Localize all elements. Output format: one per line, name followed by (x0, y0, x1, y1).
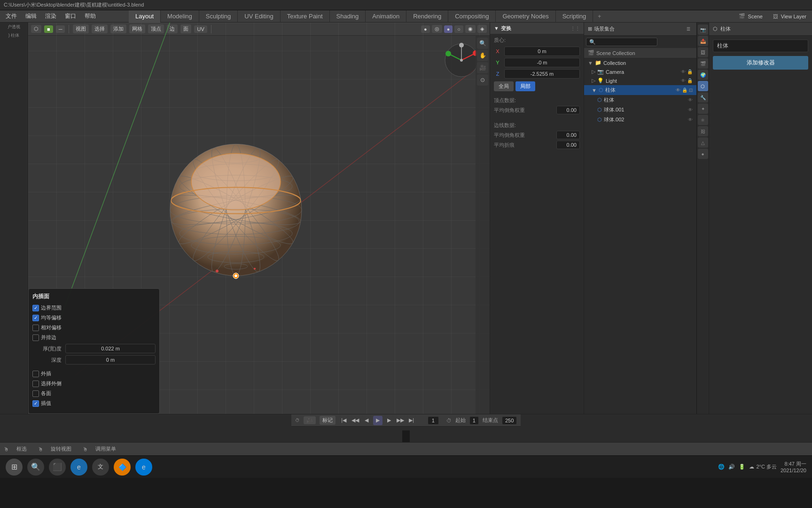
next-keyframe-btn[interactable]: ▶▶ (396, 416, 405, 425)
viewport-3d[interactable]: ⬡ ■ ─ 视图 选择 添加 网格 顶点 边 面 UV ● ◎ ● ○ ◉ ◈ (28, 23, 490, 414)
tab-sculpting[interactable]: Sculpting (199, 10, 238, 23)
timeline-markers-btn[interactable]: 标记 (320, 416, 336, 425)
input-method-btn[interactable]: 文 (92, 459, 109, 476)
prev-frame-btn[interactable]: ◀ (362, 416, 371, 425)
workspace-tabs-container: Layout Modeling Sculpting UV Editing Tex… (129, 10, 606, 23)
play-btn[interactable]: ▶ (373, 416, 383, 425)
filter-btn[interactable]: ☰ (684, 25, 693, 33)
edge-avg-angle-value[interactable]: 0.00 (556, 131, 580, 139)
outliner-header: ⊞ 场景集合 ☰ (584, 23, 696, 36)
cb-relative[interactable] (32, 325, 39, 331)
props-constraints-btn[interactable]: ⛓ (698, 126, 708, 136)
light-vis-icon: 👁 🔒 (681, 78, 693, 83)
outliner-light[interactable]: ▷ 💡 Light 👁 🔒 (584, 76, 696, 85)
weather-text: 2°C 多云 (756, 463, 777, 470)
blender-btn[interactable]: 🔷 (114, 459, 131, 476)
timeline-scrubber[interactable]: 10 20 30 40 50 60 70 80 90 100 110 120 1… (402, 430, 410, 442)
menu-file[interactable]: 文件 (2, 11, 21, 21)
props-scene-btn[interactable]: 🎬 (698, 58, 708, 69)
local-btn[interactable]: 局部 (515, 81, 535, 91)
outliner-cylinder-active[interactable]: ▼ ⬡ 柱体 👁 🔒 ⊡ (584, 85, 696, 95)
lock-view-btn[interactable]: ⊙ (477, 74, 488, 86)
object-name-field[interactable]: 柱体 (713, 40, 808, 52)
props-object-btn[interactable]: ⬡ (698, 81, 708, 91)
timeline-camera-btn[interactable]: 🎥 (304, 416, 316, 424)
menu-render[interactable]: 渲染 (41, 11, 60, 21)
props-modifier-btn[interactable]: 🔧 (698, 92, 708, 103)
add-modifier-btn[interactable]: 添加修改器 (713, 56, 808, 70)
cb-interpolate[interactable]: ✓ (32, 400, 39, 407)
y-value[interactable]: -0 m (504, 58, 580, 67)
cb-each-face[interactable] (32, 390, 39, 397)
tab-modeling[interactable]: Modeling (161, 10, 199, 23)
sphere-001-vis: 👁 (688, 107, 693, 112)
current-frame-display[interactable]: 1 (428, 416, 439, 425)
menu-window[interactable]: 窗口 (61, 11, 80, 21)
tab-scripting[interactable]: Scripting (556, 10, 593, 23)
start-button[interactable]: ⊞ (6, 459, 23, 476)
outliner-search-input[interactable] (586, 38, 657, 46)
cb-each-face-label: 各面 (41, 390, 51, 397)
outliner-camera[interactable]: ▷ 📷 Camera 👁 🔒 (584, 67, 696, 76)
navigation-gizmo[interactable] (443, 41, 480, 79)
cylinder-child-vis: 👁 (688, 97, 693, 103)
global-btn[interactable]: 全局 (494, 81, 514, 91)
props-view-layer-btn[interactable]: 🖼 (698, 47, 708, 57)
tab-compositing[interactable]: Compositing (448, 10, 496, 23)
jump-start-btn[interactable]: |◀ (339, 416, 349, 425)
x-value[interactable]: 0 m (504, 47, 580, 56)
outliner-collection[interactable]: ▼ 📁 Collection (584, 58, 696, 67)
edge-browser-btn[interactable]: e (70, 459, 87, 476)
tab-rendering[interactable]: Rendering (406, 10, 448, 23)
props-header-icon: ⬡ (713, 26, 718, 32)
cb-even-offset[interactable]: ✓ (32, 315, 39, 321)
outliner-cylinder-child[interactable]: ⬡ 柱体 👁 (584, 95, 696, 105)
tab-uv-editing[interactable]: UV Editing (238, 10, 280, 23)
tab-add-button[interactable]: + (593, 10, 606, 23)
menu-help[interactable]: 帮助 (81, 11, 100, 21)
thickness-value[interactable]: 0.022 m (65, 344, 156, 353)
browser-btn-2[interactable]: e (135, 459, 152, 476)
cb-outer[interactable] (32, 371, 39, 377)
props-world-btn[interactable]: 🌍 (698, 70, 708, 80)
expand-icon-cylinder: ▼ (592, 87, 597, 93)
inset-panel: 内插面 ✓ 边界范围 ✓ 均等偏移 相对偏移 (28, 288, 160, 414)
depth-value[interactable]: 0 m (65, 355, 156, 365)
outliner-sphere-001[interactable]: ⬡ 球体.001 👁 (584, 105, 696, 115)
taskview-button[interactable]: ⬛ (49, 459, 66, 476)
pan-btn[interactable]: ✋ (477, 50, 488, 61)
cb-select-outer[interactable] (32, 381, 39, 387)
menu-edit[interactable]: 编辑 (22, 11, 40, 21)
search-button[interactable]: 🔍 (27, 459, 44, 476)
props-particles-btn[interactable]: ✦ (698, 103, 708, 114)
tab-animation[interactable]: Animation (366, 10, 406, 23)
prev-keyframe-btn[interactable]: ◀◀ (351, 416, 360, 425)
jump-end-btn[interactable]: ▶| (407, 416, 416, 425)
props-render-btn[interactable]: 📷 (698, 24, 708, 35)
transform-more-icon[interactable]: ⋮⋮ (570, 26, 580, 31)
zoom-in-btn[interactable]: 🔍 (477, 38, 488, 49)
avg-angle-value[interactable]: 0.00 (556, 106, 580, 114)
tab-shading[interactable]: Shading (330, 10, 366, 23)
props-physics-btn[interactable]: ⚛ (698, 115, 708, 125)
next-frame-btn[interactable]: ▶ (384, 416, 394, 425)
props-output-btn[interactable]: 📤 (698, 36, 708, 46)
view-layer-label: 🖼 (773, 14, 778, 19)
start-frame-input[interactable]: 1 (469, 416, 479, 425)
transform-panel-header[interactable]: ▼ 变换 ⋮⋮ (490, 23, 584, 34)
tab-geometry-nodes[interactable]: Geometry Nodes (496, 10, 555, 23)
outliner-sphere-002[interactable]: ⬡ 球体.002 👁 (584, 115, 696, 125)
cb-parallel-edge[interactable] (32, 334, 39, 341)
edge-avg-angle-label: 平均倒角权重 (494, 132, 554, 139)
tab-texture-paint[interactable]: Texture Paint (281, 10, 330, 23)
object-properties-panel: ⬡ 柱体 柱体 添加修改器 (709, 23, 812, 414)
props-material-btn[interactable]: ● (698, 149, 708, 159)
tab-layout[interactable]: Layout (129, 10, 161, 23)
expand-icon-collection: ▼ (588, 60, 593, 66)
cb-boundary[interactable]: ✓ (32, 305, 39, 311)
z-value[interactable]: -2.5255 m (504, 69, 580, 79)
props-data-btn[interactable]: △ (698, 137, 708, 148)
end-frame-input[interactable]: 250 (502, 416, 517, 425)
crease-value[interactable]: 0.00 (556, 141, 580, 149)
camera-view-btn[interactable]: 🎥 (477, 62, 488, 73)
